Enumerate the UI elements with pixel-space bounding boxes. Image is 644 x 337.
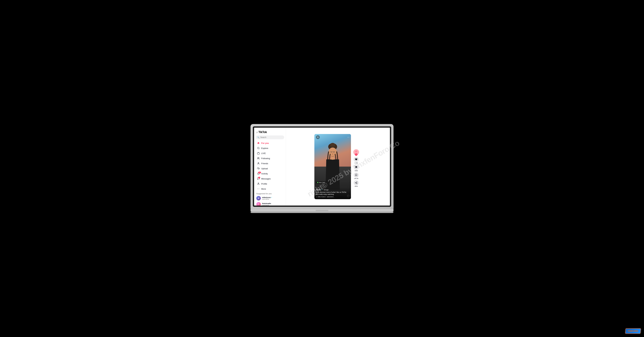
follow-plus-icon: + [355, 154, 357, 156]
trackpad [316, 210, 328, 211]
video-info: Alvin ✓ · 4d ago I can discover more of … [314, 188, 351, 199]
creator-avatar[interactable]: + [353, 149, 359, 155]
svg-point-19 [355, 182, 356, 183]
friends-icon [257, 162, 260, 165]
bookmark-icon [354, 172, 359, 178]
svg-point-10 [332, 154, 334, 154]
svg-point-18 [356, 182, 357, 182]
nav-item-messages[interactable]: 7 Messages [255, 176, 285, 181]
verified-icon-0: ✓ [271, 197, 272, 198]
suggested-user-1[interactable]: T thelotradio username [254, 201, 286, 206]
location-text: New York [319, 182, 325, 183]
suggested-info-0: miketyson ✓ username [262, 196, 272, 200]
bookmark-button[interactable]: 145.6k [354, 172, 359, 179]
laptop-container: ♪ TikTok 🔍 For you [250, 124, 394, 213]
following-icon [257, 157, 260, 160]
verified-author-icon: ✓ [321, 189, 322, 190]
suggested-title: Suggested for you [254, 192, 286, 195]
search-input[interactable] [260, 136, 282, 138]
nav-item-activity[interactable]: 23 Activity [255, 171, 285, 176]
svg-rect-2 [257, 153, 259, 154]
suggested-username-0: username [262, 198, 272, 200]
laptop-bottom [250, 212, 394, 213]
nav-item-following[interactable]: Following [255, 156, 285, 161]
video-card: ··· New York Alvin ✓ [314, 134, 351, 199]
svg-rect-11 [331, 156, 334, 160]
nav-item-explore[interactable]: Explore [255, 146, 285, 151]
tiktok-app: ♪ TikTok 🔍 For you [254, 128, 390, 206]
action-bar: + 2.2M [351, 144, 362, 189]
nav-label-following: Following [261, 157, 270, 160]
svg-point-0 [258, 147, 259, 149]
suggested-name-1: thelotradio [262, 202, 271, 204]
sidebar: ♪ TikTok 🔍 For you [254, 128, 286, 206]
share-button[interactable]: 2824 [354, 180, 359, 187]
nav-label-profile: Profile [261, 183, 267, 185]
comment-icon [354, 165, 359, 170]
svg-point-16 [355, 150, 357, 152]
location-badge: New York [316, 182, 326, 184]
live-icon [257, 152, 260, 155]
screen-bezel: ♪ TikTok 🔍 For you [253, 126, 391, 207]
music-text: Ultra Instinct · adamdevit... [318, 196, 335, 198]
video-author: Alvin ✓ · 4d ago [316, 189, 349, 191]
nav-item-upload[interactable]: Upload [255, 166, 285, 171]
svg-line-21 [356, 183, 357, 184]
nav-label-more: More [261, 188, 266, 190]
tiktok-logo-icon: ♪ [256, 131, 258, 134]
suggested-user-0[interactable]: M miketyson ✓ username [254, 195, 286, 201]
profile-icon [257, 182, 260, 185]
suggested-info-1: thelotradio username [262, 202, 271, 206]
thxf-badge: THXF.ORG [625, 328, 641, 334]
screen: ♪ TikTok 🔍 For you [254, 128, 390, 206]
music-info: ♫ Ultra Instinct · adamdevit... [316, 196, 349, 198]
svg-line-1 [259, 149, 259, 149]
more-icon: ··· [257, 188, 260, 190]
svg-point-20 [356, 183, 357, 184]
location-dot [317, 182, 318, 183]
mute-button[interactable] [316, 135, 320, 139]
nav-label-for-you: For you [261, 142, 269, 144]
home-icon [257, 142, 260, 144]
svg-point-3 [258, 157, 258, 158]
post-time: · 4d ago [323, 189, 328, 190]
svg-point-8 [330, 143, 335, 147]
video-description: I can discover more of what I like on Ti… [316, 191, 349, 195]
svg-line-22 [356, 182, 357, 183]
more-options-button[interactable]: ··· [347, 136, 349, 138]
like-count: 2.2M [354, 162, 358, 164]
svg-point-4 [258, 162, 259, 163]
video-overlay-top: ··· [314, 134, 351, 140]
main-content: ··· New York Alvin ✓ [286, 128, 390, 206]
logo-area: ♪ TikTok [254, 129, 286, 136]
nav-label-live: LIVE [261, 152, 266, 154]
avatar-miketyson: M [256, 196, 261, 200]
nav-item-more[interactable]: ··· More [255, 186, 285, 192]
svg-point-6 [258, 183, 259, 184]
nav-item-profile[interactable]: Profile [255, 181, 285, 186]
thxf-text: THXF.ORG [628, 330, 638, 332]
search-icon: 🔍 [257, 136, 260, 138]
explore-icon [257, 147, 260, 150]
like-button[interactable]: 2.2M [354, 157, 359, 164]
avatar-thelotradio: T [256, 202, 261, 206]
nav-item-friends[interactable]: Friends [255, 161, 285, 166]
laptop-base [250, 209, 394, 212]
upload-icon [257, 167, 260, 170]
nav-item-live[interactable]: LIVE [255, 151, 285, 156]
music-note-icon: ♫ [316, 196, 317, 198]
nav-label-explore: Explore [261, 147, 268, 150]
nav-item-for-you[interactable]: For you [255, 140, 285, 146]
comment-count: 3368 [354, 170, 358, 172]
activity-badge: 23 [258, 172, 261, 174]
messages-badge: 7 [258, 177, 260, 178]
search-box[interactable]: 🔍 [256, 136, 284, 139]
comment-button[interactable]: 3368 [354, 165, 359, 172]
nav-label-friends: Friends [261, 162, 268, 165]
suggested-username-1: username [262, 204, 271, 206]
nav-label-messages: Messages [261, 178, 271, 180]
heart-icon [354, 157, 359, 162]
nav-label-activity: Activity [261, 172, 268, 175]
suggested-name-0: miketyson ✓ [262, 196, 272, 198]
share-count: 2824 [354, 186, 358, 187]
